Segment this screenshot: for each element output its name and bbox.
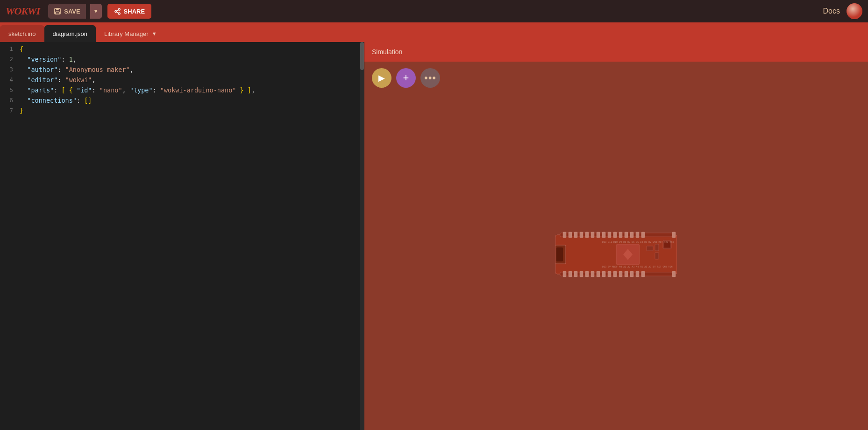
svg-rect-2 [56,12,59,14]
svg-rect-19 [608,232,611,238]
svg-rect-31 [591,271,594,277]
line-num-5: 5 [0,85,20,95]
code-line-7: 7 } [0,106,364,116]
line-num-4: 4 [0,75,20,85]
svg-rect-20 [613,232,617,238]
svg-rect-22 [625,232,628,238]
tab-library-label: Library Manager [104,30,149,37]
svg-rect-26 [563,271,566,277]
logo: WOKWI [6,5,40,17]
sim-header: Simulation [364,42,868,62]
code-editor[interactable]: 1 { 2 "version": 1, 3 "author": "Anonymo… [0,42,364,430]
svg-rect-32 [597,271,600,277]
code-line-5: 5 "parts": [ { "id": "nano", "type": "wo… [0,85,364,95]
svg-rect-42 [556,247,563,261]
svg-rect-13 [574,232,577,238]
tab-diagram-label: diagram.json [53,30,87,37]
svg-rect-47 [655,253,659,259]
tab-sketch-label: sketch.ino [8,30,36,37]
share-icon [114,8,121,15]
sim-toolbar: ▶ + ••• [364,62,868,94]
svg-rect-15 [585,232,589,238]
svg-rect-37 [625,271,628,277]
line-content-5: "parts": [ { "id": "nano", "type": "wokw… [20,85,255,95]
share-label: SHARE [124,8,145,15]
tab-sketch[interactable]: sketch.ino [0,25,44,42]
editor-panel: 1 { 2 "version": 1, 3 "author": "Anonymo… [0,42,364,430]
share-button[interactable]: SHARE [107,4,152,19]
simulation-panel: Simulation ▶ + ••• [364,42,868,430]
svg-rect-40 [641,271,645,277]
svg-rect-12 [569,232,572,238]
logo-rest: OKWI [14,5,40,17]
svg-point-3 [118,8,120,10]
code-line-2: 2 "version": 1, [0,54,364,64]
svg-point-5 [118,13,120,14]
line-content-2: "version": 1, [20,54,77,64]
svg-rect-45 [647,246,653,251]
avatar[interactable] [847,3,862,19]
svg-rect-16 [591,232,594,238]
line-num-6: 6 [0,95,20,106]
svg-rect-29 [580,271,583,277]
editor-scrollbar-thumb [360,42,364,70]
more-options-button[interactable]: ••• [420,68,440,88]
svg-rect-14 [580,232,583,238]
tab-library[interactable]: Library Manager ▼ [96,25,165,42]
svg-rect-33 [602,271,605,277]
arduino-nano-svg: D13 D11 D10 D9 D8 D7 D6 D5 D4 D3 D2 GND … [555,231,677,278]
svg-rect-18 [602,232,605,238]
line-content-4: "editor": "wokwi", [20,75,96,85]
add-component-button[interactable]: + [396,68,416,88]
svg-rect-1 [57,8,59,10]
save-dropdown-button[interactable]: ▼ [90,4,102,19]
sim-canvas: D13 D11 D10 D9 D8 D7 D6 D5 D4 D3 D2 GND … [364,94,868,430]
svg-rect-21 [619,232,622,238]
line-content-7: } [20,106,23,116]
svg-point-4 [114,10,116,12]
save-label: SAVE [64,8,80,15]
svg-text:D13 5V AREF A0   A1   A2   A3 : D13 5V AREF A0 A1 A2 A3 A4 A5 A6 A7 5V R… [602,265,673,268]
logo-w: W [6,5,14,17]
svg-rect-30 [585,271,589,277]
save-icon [54,7,61,15]
main-layout: 1 { 2 "version": 1, 3 "author": "Anonymo… [0,42,868,430]
line-num-7: 7 [0,106,20,116]
code-line-3: 3 "author": "Anonymous maker", [0,64,364,75]
svg-line-7 [116,10,118,11]
docs-link[interactable]: Docs [823,7,840,15]
svg-rect-38 [630,271,633,277]
code-line-4: 4 "editor": "wokwi", [0,75,364,85]
svg-rect-24 [636,232,639,238]
svg-rect-17 [597,232,600,238]
line-content-3: "author": "Anonymous maker", [20,64,134,75]
save-button[interactable]: SAVE [48,4,85,19]
svg-rect-25 [641,232,645,238]
avatar-image [847,3,862,19]
svg-text:D13 D11 D10 D9   D8   D7   D6 : D13 D11 D10 D9 D8 D7 D6 D5 D4 D3 D2 GND … [602,240,674,243]
svg-line-6 [116,12,118,13]
play-button[interactable]: ▶ [372,68,391,88]
line-num-3: 3 [0,64,20,75]
sim-header-label: Simulation [372,48,402,56]
svg-rect-36 [619,271,622,277]
arduino-nano-board: D13 D11 D10 D9 D8 D7 D6 D5 D4 D3 D2 GND … [555,231,677,280]
plus-icon: + [403,72,409,84]
svg-rect-46 [655,244,659,251]
dropdown-icon: ▼ [152,31,157,36]
svg-rect-51 [672,271,676,277]
navbar: WOKWI SAVE ▼ SHARE Docs [0,0,868,22]
tab-diagram[interactable]: diagram.json [44,25,96,42]
svg-rect-28 [574,271,577,277]
navbar-right: Docs [823,3,862,19]
svg-rect-34 [608,271,611,277]
svg-rect-35 [613,271,617,277]
svg-rect-11 [563,232,566,238]
svg-rect-27 [569,271,572,277]
chevron-down-icon: ▼ [93,8,99,14]
editor-scrollbar[interactable] [360,42,364,430]
tabs-bar: sketch.ino diagram.json Library Manager … [0,22,868,42]
svg-rect-50 [672,232,676,238]
line-num-2: 2 [0,54,20,64]
more-icon: ••• [424,73,436,83]
